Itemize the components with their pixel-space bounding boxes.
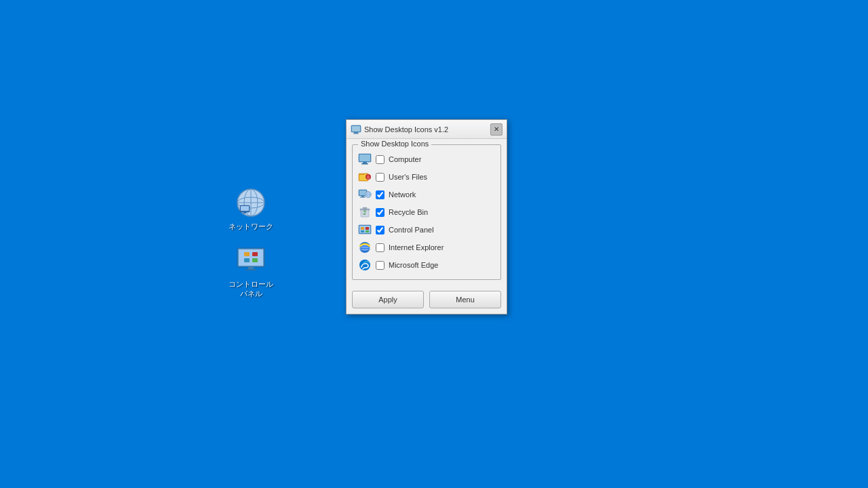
network-small-icon [358,188,372,201]
icon-row-users-files: User's Files [357,168,496,186]
control-panel-small-icon [358,223,372,237]
label-control-panel: Control Panel [389,226,434,234]
label-microsoft-edge: Microsoft Edge [389,261,438,269]
svg-rect-12 [244,258,250,262]
svg-rect-17 [352,126,360,131]
svg-rect-23 [361,163,368,165]
checkbox-computer[interactable] [376,155,384,164]
svg-rect-19 [353,133,359,134]
svg-rect-40 [361,227,364,230]
label-computer: Computer [389,155,421,163]
menu-button[interactable]: Menu [429,291,501,308]
desktop: ネットワーク コントロール パネル [0,0,868,488]
svg-rect-15 [245,269,256,270]
icon-row-recycle-bin: Recycle Bin [357,203,496,221]
recycle-bin-small-icon [358,205,372,219]
svg-rect-37 [363,207,367,209]
dialog-close-button[interactable]: ✕ [490,123,502,136]
group-box: Show Desktop Icons Computer [352,144,501,280]
svg-rect-21 [359,155,370,161]
users-files-small-icon [358,170,372,184]
group-box-legend: Show Desktop Icons [358,140,431,148]
dialog-buttons: Apply Menu [347,291,507,314]
dialog-window: Show Desktop Icons v1.2 ✕ Show Desktop I… [346,119,507,314]
svg-rect-10 [244,252,250,256]
icon-row-microsoft-edge: Microsoft Edge [357,256,496,274]
network-desktop-icon [235,186,267,219]
checkbox-control-panel[interactable] [376,226,384,235]
svg-rect-9 [239,249,263,266]
dialog-titlebar: Show Desktop Icons v1.2 ✕ [347,120,507,139]
icon-row-network: Network [357,186,496,203]
svg-rect-7 [241,206,249,211]
icon-row-computer: Computer [357,150,496,168]
checkbox-users-files[interactable] [376,173,384,182]
desktop-icon-control-panel[interactable]: コントロール パネル [224,244,278,299]
control-panel-desktop-icon [235,244,267,277]
network-desktop-label: ネットワーク [229,222,273,231]
label-users-files: User's Files [389,173,427,181]
svg-rect-11 [252,252,258,256]
checkbox-recycle-bin[interactable] [376,208,384,217]
internet-explorer-small-icon [358,241,372,254]
svg-rect-6 [243,212,246,214]
svg-rect-18 [354,132,358,134]
svg-rect-43 [366,230,369,232]
svg-rect-13 [252,258,258,262]
microsoft-edge-small-icon [358,258,372,272]
dialog-title-left: Show Desktop Icons v1.2 [351,124,448,135]
dialog-title-text: Show Desktop Icons v1.2 [364,125,448,134]
label-network: Network [389,190,416,199]
dialog-body: Show Desktop Icons Computer [347,139,507,291]
svg-rect-41 [366,227,369,230]
desktop-icon-network[interactable]: ネットワーク [224,186,278,231]
label-internet-explorer: Internet Explorer [389,243,443,251]
checkbox-internet-explorer[interactable] [376,243,384,252]
icon-row-control-panel: Control Panel [357,221,496,239]
svg-rect-27 [367,177,370,179]
checkbox-network[interactable] [376,190,384,199]
svg-rect-42 [361,230,364,232]
computer-small-icon [358,152,372,166]
dialog-app-icon [351,124,361,135]
apply-button[interactable]: Apply [352,291,424,308]
svg-rect-14 [248,267,254,269]
svg-rect-22 [363,162,367,163]
icon-row-internet-explorer: Internet Explorer [357,239,496,256]
control-panel-desktop-label: コントロール パネル [224,279,278,299]
checkbox-microsoft-edge[interactable] [376,261,384,270]
svg-rect-31 [360,197,366,198]
label-recycle-bin: Recycle Bin [389,208,428,216]
svg-rect-30 [361,196,364,197]
